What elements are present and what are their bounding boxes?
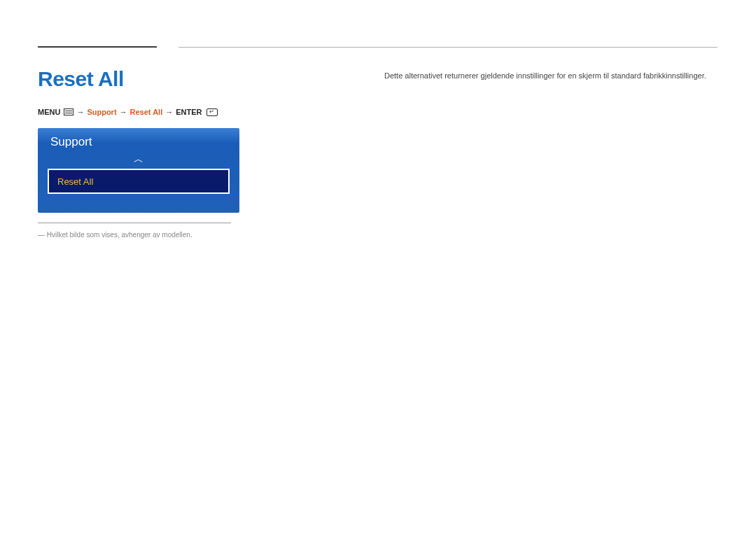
- breadcrumb-menu-label: MENU: [38, 108, 60, 116]
- footnote-divider: [38, 223, 231, 223]
- breadcrumb-arrow: →: [76, 108, 84, 116]
- menu-icon: [64, 108, 74, 115]
- panel-title: Support: [50, 135, 232, 149]
- footnote-text: ― Hvilket bilde som vises, avhenger av m…: [38, 231, 192, 239]
- enter-icon: [206, 108, 218, 116]
- breadcrumb-enter-label: ENTER: [176, 108, 202, 116]
- section-accent-bar: [38, 46, 157, 48]
- menu-item-reset-all[interactable]: Reset All: [48, 169, 230, 194]
- breadcrumb: MENU → Support → Reset All → ENTER: [38, 108, 218, 116]
- support-menu-panel: Support ︿ Reset All: [38, 128, 239, 213]
- chevron-up-icon[interactable]: ︿: [45, 153, 232, 166]
- page-title: Reset All: [38, 67, 124, 91]
- menu-item-label: Reset All: [57, 176, 93, 187]
- breadcrumb-arrow: →: [120, 108, 127, 116]
- breadcrumb-arrow: →: [165, 108, 173, 116]
- breadcrumb-reset-all: Reset All: [130, 108, 163, 116]
- section-divider: [178, 47, 718, 48]
- breadcrumb-support: Support: [87, 108, 116, 116]
- description-text: Dette alternativet returnerer gjeldende …: [384, 71, 720, 80]
